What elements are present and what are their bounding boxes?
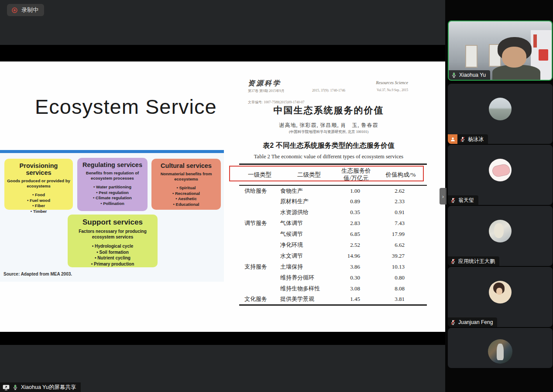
avatar: [489, 159, 512, 181]
participant-tile-wengtianxi[interactable]: 翁天玺: [448, 145, 553, 205]
ecosystem-value-table: 一级类型 二级类型 生态服务价 值/万亿元 价值构成/% 供给服务食物生产1.0…: [239, 164, 427, 306]
journal-issue-en: Vol.37, No.9 Sep., 2015: [377, 88, 408, 92]
picture-frame: [465, 45, 477, 68]
box-subtitle: Benefits from regulation of ecosystem pr…: [80, 170, 145, 181]
table-cell: 原材料生产: [280, 196, 338, 207]
box-items: Water partitioningPest regulationClimate…: [80, 184, 145, 207]
box-title: Provisioning services: [7, 162, 70, 176]
table-cell: [239, 229, 280, 240]
table-cell: 维持养分循环: [280, 273, 338, 283]
table-cell: 1.00: [338, 185, 374, 196]
table-cell: 14.96: [338, 251, 374, 262]
table-cell: [239, 196, 280, 207]
support-services-box: Support services Factors necessary for p…: [68, 215, 158, 267]
box-subtitle: Goods produced or provided by ecosystems: [7, 178, 70, 189]
box-items: FoodFuel woodFiberTimber: [7, 192, 70, 215]
avatar: [489, 220, 512, 242]
table-cell: 维持生物多样性: [280, 283, 338, 294]
box-title: Cultural services: [154, 162, 218, 169]
table-row: 水文调节14.9639.27: [239, 251, 427, 262]
sidebar-collapse-button[interactable]: ›: [440, 188, 447, 205]
participant-name-tag: 翁天玺: [448, 195, 478, 205]
mic-muted-icon: [450, 198, 456, 203]
presentation-slide: Ecosystem Service Provisioning services …: [0, 61, 445, 332]
participant-tile-wangdapeng[interactable]: 应用统计王大鹏: [448, 206, 553, 266]
table-cell: 2.33: [374, 196, 427, 207]
box-title: Support services: [70, 218, 155, 227]
list-item: Fiber: [7, 203, 70, 209]
table-cell: 食物生产: [280, 185, 338, 196]
table-row: 调节服务气体调节2.837.43: [239, 218, 427, 229]
table-cell: [239, 273, 280, 283]
table-cell: 7.43: [374, 218, 427, 229]
mic-muted-icon: [450, 320, 456, 325]
participant-name-tag: Juanjuan Feng: [448, 317, 497, 327]
table-cell: 文化服务: [239, 294, 280, 305]
slide-title: Ecosystem Service: [35, 95, 217, 119]
person-badge-icon: [448, 134, 457, 144]
recording-label: 录制中: [21, 6, 38, 14]
table-cell: 8.08: [374, 283, 427, 294]
participant-tile-yangyongbing[interactable]: 杨泳冰: [448, 84, 553, 144]
journal-name-en: Resources Science: [376, 80, 408, 85]
table-cell: 支持服务: [239, 262, 280, 273]
mic-muted-icon: [460, 136, 465, 142]
table-cell: 供给服务: [239, 185, 280, 196]
table-cell: 气体调节: [280, 218, 338, 229]
chevron-right-icon: ›: [442, 193, 444, 200]
table-cell: [239, 207, 280, 218]
mic-on-icon: [451, 72, 457, 78]
table-cell: 气候调节: [280, 229, 338, 240]
table-cell: 17.99: [374, 229, 427, 240]
regulating-services-box: Regulating services Benefits from regula…: [77, 158, 148, 211]
table-cell: 10.13: [374, 262, 427, 273]
list-item: Water partitioning: [80, 184, 145, 190]
list-item: Aesthetic: [154, 196, 218, 202]
table-cell: 水文调节: [280, 251, 338, 262]
box-title: Regulating services: [80, 161, 145, 168]
box-subtitle: Nonmaterial benefits from ecosystems: [154, 171, 218, 182]
table-cell: 水资源供给: [280, 207, 338, 218]
list-item: Fuel wood: [7, 198, 70, 204]
participant-tile-xiaohua-yu[interactable]: Xiaohua Yu: [448, 20, 553, 81]
table-cell: 3.08: [338, 283, 374, 294]
table-row: 文化服务提供美学景观1.453.81: [239, 294, 427, 305]
participant-tile-juanjuan-feng[interactable]: Juanjuan Feng: [448, 267, 553, 327]
table-cell: 净化环境: [280, 240, 338, 251]
table-title-en: Table 2 The economic value of different …: [230, 153, 427, 160]
table-cell: 2.62: [374, 185, 427, 196]
paper-title: 中国生态系统服务的价值: [230, 104, 427, 116]
journal-name-cn: 资源科学: [248, 79, 281, 88]
list-item: Timber: [7, 209, 70, 215]
red-highlight-box: [229, 166, 424, 181]
cultural-services-box: Cultural services Nonmaterial benefits f…: [151, 159, 221, 210]
table-row: 净化环境2.526.62: [239, 240, 427, 251]
table-cell: 6.85: [338, 229, 374, 240]
table-cell: [239, 251, 280, 262]
table-cell: 提供美学景观: [280, 294, 338, 305]
list-item: Pest regulation: [80, 190, 145, 196]
avatar: [489, 98, 512, 120]
avatar: [489, 281, 512, 303]
person-silhouette: [502, 47, 526, 68]
participant-name: 翁天玺: [458, 197, 474, 204]
source-note: Source: Adapted from MEA 2003.: [3, 272, 72, 276]
list-item: Nutrient cycling: [70, 255, 155, 261]
provisioning-services-box: Provisioning services Goods produced or …: [4, 159, 73, 210]
mic-muted-icon: [450, 259, 456, 264]
table-row: 供给服务食物生产1.002.62: [239, 185, 427, 196]
participant-tile-partial[interactable]: [448, 328, 553, 368]
blue-divider-bar: [0, 150, 224, 153]
participant-name: 应用统计王大鹏: [458, 258, 495, 265]
box-subtitle: Factors necessary for producing ecosyste…: [70, 229, 155, 240]
participant-name-tag: 杨泳冰: [457, 134, 488, 144]
table-row: 支持服务土壤保持3.8610.13: [239, 262, 427, 273]
paper-excerpt: 资源科学 第37卷 第9期 2015年9月 2015, 37(9): 1740-…: [230, 61, 427, 332]
participant-name: 杨泳冰: [468, 136, 484, 143]
box-items: Hydrological cycleSoil formationNutrient…: [70, 243, 155, 267]
participant-name-tag: Xiaohua Yu: [449, 70, 490, 80]
table-row: 原材料生产0.892.33: [239, 196, 427, 207]
table-cell: 2.83: [338, 218, 374, 229]
participants-sidebar: Xiaohua Yu 杨泳冰: [445, 0, 553, 392]
table-cell: 0.91: [374, 207, 427, 218]
